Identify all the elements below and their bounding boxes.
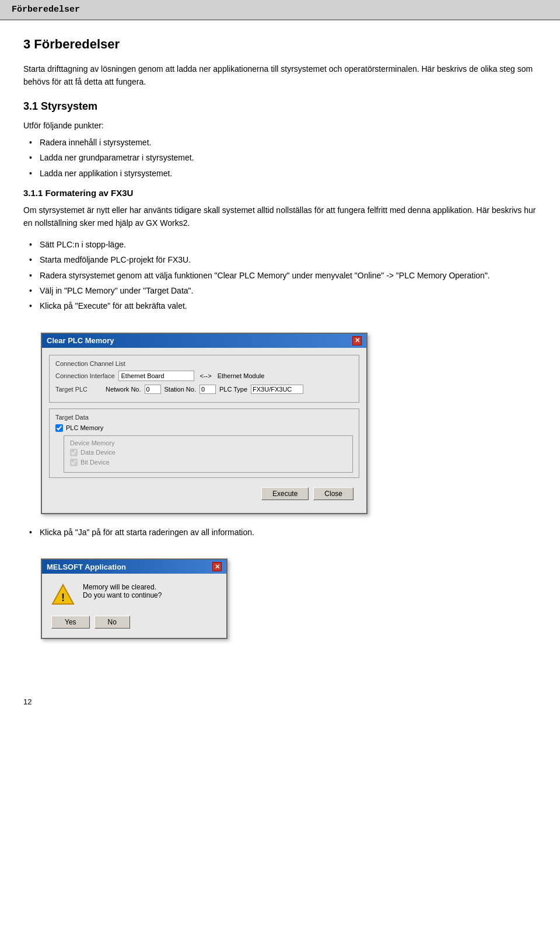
target-plc-label: Target PLC bbox=[55, 386, 102, 393]
melsoft-message: Memory will be cleared. Do you want to c… bbox=[83, 583, 162, 599]
arrow-icon: <--> bbox=[198, 372, 214, 379]
melsoft-close-button[interactable]: ✕ bbox=[212, 562, 222, 571]
page-wrapper: Förberedelser 3 Förberedelser Starta dri… bbox=[0, 0, 560, 932]
dialog-title: Clear PLC Memory bbox=[47, 336, 114, 345]
dialog-close-button[interactable]: ✕ bbox=[352, 336, 362, 345]
bullet-item: Radera styrsystemet genom att välja funk… bbox=[29, 269, 537, 282]
chapter-title: 3 Förberedelser bbox=[23, 37, 537, 52]
network-no-input[interactable] bbox=[145, 385, 161, 394]
after-execute-item: Klicka på "Ja" på för att starta raderin… bbox=[29, 526, 537, 539]
melsoft-dialog: MELSOFT Application ✕ ! Memory will be c… bbox=[41, 558, 228, 639]
header-bar: Förberedelser bbox=[0, 0, 560, 20]
connection-channel-label: Connection Channel List bbox=[55, 360, 353, 367]
melsoft-titlebar: MELSOFT Application ✕ bbox=[42, 560, 226, 574]
data-device-row: Data Device bbox=[70, 449, 346, 456]
section-311-bullets: Sätt PLC:n i stopp-läge. Starta medfölja… bbox=[23, 238, 537, 313]
melsoft-body: ! Memory will be cleared. Do you want to… bbox=[42, 574, 226, 616]
no-button[interactable]: No bbox=[94, 616, 130, 629]
melsoft-footer: Yes No bbox=[42, 616, 226, 638]
plc-memory-row: PLC Memory bbox=[55, 424, 353, 432]
device-memory-label: Device Memory bbox=[70, 439, 346, 446]
bullet-item: Ladda ner applikation i styrsystemet. bbox=[29, 167, 537, 180]
dialog-titlebar: Clear PLC Memory ✕ bbox=[42, 334, 366, 348]
melsoft-message-line1: Memory will be cleared. bbox=[83, 583, 162, 591]
plc-memory-checkbox[interactable] bbox=[55, 424, 63, 432]
bit-device-label: Bit Device bbox=[80, 459, 110, 466]
target-data-label: Target Data bbox=[55, 414, 353, 421]
melsoft-message-line2: Do you want to continue? bbox=[83, 591, 162, 599]
connection-interface-input[interactable] bbox=[118, 371, 194, 381]
close-button[interactable]: Close bbox=[313, 487, 354, 500]
section-31-intro: Utför följande punkter: bbox=[23, 121, 537, 130]
header-title: Förberedelser bbox=[12, 5, 80, 15]
plc-type-input[interactable] bbox=[251, 385, 303, 394]
dialog-body: Connection Channel List Connection Inter… bbox=[42, 348, 366, 513]
target-data-group: Target Data PLC Memory Device Memory Dat… bbox=[49, 409, 359, 478]
section-31-title: 3.1 Styrsystem bbox=[23, 100, 537, 113]
clear-plc-dialog: Clear PLC Memory ✕ Connection Channel Li… bbox=[41, 333, 368, 514]
connection-interface-label: Connection Interface bbox=[55, 372, 115, 379]
bullet-item: Sätt PLC:n i stopp-läge. bbox=[29, 238, 537, 251]
svg-text:!: ! bbox=[61, 592, 65, 603]
melsoft-dialog-container: MELSOFT Application ✕ ! Memory will be c… bbox=[41, 558, 228, 639]
clear-plc-dialog-container: Clear PLC Memory ✕ Connection Channel Li… bbox=[41, 333, 368, 514]
section-311-body1: Om styrsystemet är nytt eller har använt… bbox=[23, 204, 537, 230]
data-device-label: Data Device bbox=[80, 449, 116, 456]
bullet-item: Radera innehåll i styrsystemet. bbox=[29, 136, 537, 149]
ethernet-module-label: Ethernet Module bbox=[218, 372, 265, 379]
warning-icon: ! bbox=[51, 583, 75, 606]
bit-device-row: Bit Device bbox=[70, 459, 346, 466]
bit-device-checkbox[interactable] bbox=[70, 459, 78, 466]
target-plc-sub: Network No. Station No. PLC Type bbox=[106, 385, 303, 394]
dialog-footer: Execute Close bbox=[49, 484, 359, 506]
station-no-input[interactable] bbox=[200, 385, 216, 394]
section-31-bullets: Radera innehåll i styrsystemet. Ladda ne… bbox=[23, 136, 537, 180]
content-area: 3 Förberedelser Starta drifttagning av l… bbox=[0, 20, 560, 674]
yes-button[interactable]: Yes bbox=[51, 616, 90, 629]
bullet-item: Klicka på "Execute" för att bekräfta val… bbox=[29, 299, 537, 312]
connection-interface-row: Connection Interface <--> Ethernet Modul… bbox=[55, 371, 353, 381]
network-no-label: Network No. bbox=[106, 386, 141, 393]
section-311-title: 3.1.1 Formatering av FX3U bbox=[23, 188, 537, 198]
execute-button[interactable]: Execute bbox=[261, 487, 309, 500]
plc-type-label: PLC Type bbox=[219, 386, 247, 393]
intro-text: Starta drifttagning av lösningen genom a… bbox=[23, 62, 537, 89]
device-memory-group: Device Memory Data Device Bit Device bbox=[64, 435, 353, 473]
bullet-item: Starta medföljande PLC-projekt för FX3U. bbox=[29, 253, 537, 266]
melsoft-title: MELSOFT Application bbox=[47, 563, 126, 571]
connection-channel-group: Connection Channel List Connection Inter… bbox=[49, 355, 359, 403]
station-no-label: Station No. bbox=[164, 386, 196, 393]
after-execute-bullets: Klicka på "Ja" på för att starta raderin… bbox=[23, 526, 537, 539]
page-number: 12 bbox=[0, 697, 560, 706]
bullet-item: Ladda ner grundparametrar i styrsystemet… bbox=[29, 151, 537, 164]
plc-memory-label: PLC Memory bbox=[66, 424, 103, 431]
target-plc-row: Target PLC Network No. Station No. PLC T… bbox=[55, 385, 353, 394]
data-device-checkbox[interactable] bbox=[70, 449, 78, 456]
bullet-item: Välj in "PLC Memory" under "Target Data"… bbox=[29, 284, 537, 297]
